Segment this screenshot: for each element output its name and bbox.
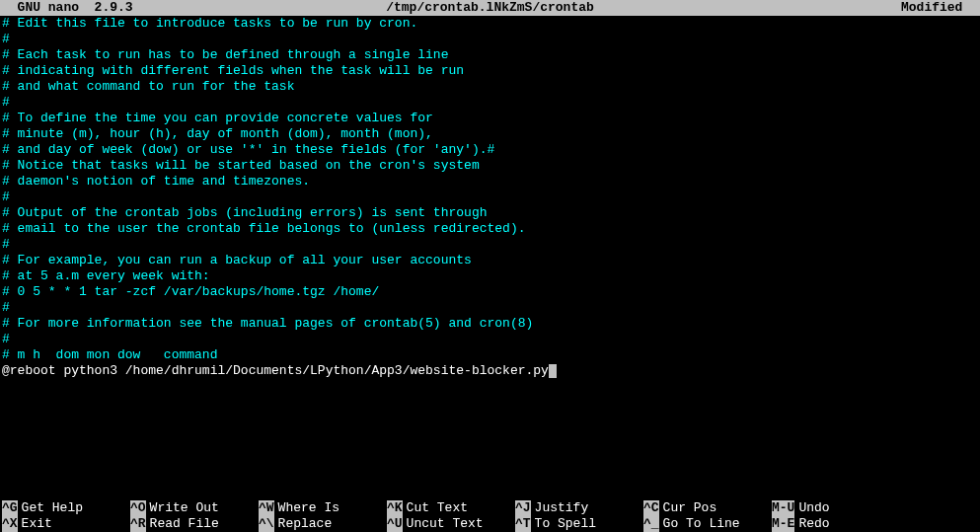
shortcut-item[interactable]: ^TTo Spell: [515, 516, 643, 532]
editor-line: # m h dom mon dow command: [2, 347, 978, 363]
shortcut-key: ^C: [643, 500, 659, 516]
shortcut-label: Where Is: [278, 500, 339, 516]
editor-line: # and what command to run for the task: [2, 79, 978, 95]
shortcut-key: ^O: [130, 500, 146, 516]
editor-line: # Each task to run has to be defined thr…: [2, 47, 978, 63]
shortcut-item[interactable]: ^UUncut Text: [387, 516, 515, 532]
text-cursor: [549, 364, 557, 378]
shortcut-key: ^J: [515, 500, 531, 516]
shortcut-key: ^R: [130, 516, 146, 532]
editor-line: @reboot python3 /home/dhrumil/Documents/…: [2, 363, 978, 379]
editor-line: # 0 5 * * 1 tar -zcf /var/backups/home.t…: [2, 284, 978, 300]
shortcut-item[interactable]: ^KCut Text: [387, 500, 515, 516]
editor-line: # For example, you can run a backup of a…: [2, 253, 978, 268]
shortcut-item[interactable]: ^WWhere Is: [259, 500, 387, 516]
shortcut-item[interactable]: M-UUndo: [772, 500, 900, 516]
shortcut-bar: ^GGet Help^OWrite Out^WWhere Is^KCut Tex…: [0, 500, 980, 532]
shortcut-item[interactable]: ^GGet Help: [2, 500, 130, 516]
shortcut-label: Cut Text: [407, 500, 468, 516]
editor-line: # email to the user the crontab file bel…: [2, 221, 978, 237]
shortcut-key: M-U: [772, 500, 794, 516]
shortcut-label: To Spell: [535, 516, 596, 532]
editor-content[interactable]: # Edit this file to introduce tasks to b…: [0, 16, 980, 379]
shortcut-key: ^W: [259, 500, 274, 516]
shortcut-item[interactable]: ^XExit: [2, 516, 130, 532]
shortcut-key: ^T: [515, 516, 531, 532]
shortcut-item[interactable]: ^CCur Pos: [643, 500, 772, 516]
shortcut-label: Replace: [278, 516, 333, 532]
shortcut-label: Go To Line: [663, 516, 740, 532]
shortcut-label: Uncut Text: [407, 516, 484, 532]
shortcut-row-1: ^GGet Help^OWrite Out^WWhere Is^KCut Tex…: [2, 500, 978, 516]
shortcut-item[interactable]: ^JJustify: [515, 500, 643, 516]
shortcut-label: Undo: [798, 500, 829, 516]
app-name: GNU nano 2.9.3: [2, 0, 133, 16]
shortcut-key: ^_: [643, 516, 659, 532]
editor-line: # Output of the crontab jobs (including …: [2, 205, 978, 221]
editor-line: #: [2, 300, 978, 316]
modified-status: Modified: [901, 0, 978, 16]
shortcut-row-2: ^XExit^RRead File^\Replace^UUncut Text^T…: [2, 516, 978, 532]
shortcut-label: Justify: [535, 500, 589, 516]
editor-header: GNU nano 2.9.3 /tmp/crontab.lNkZmS/cront…: [0, 0, 980, 16]
editor-line: # To define the time you can provide con…: [2, 111, 978, 126]
shortcut-label: Write Out: [150, 500, 219, 516]
editor-line: #: [2, 237, 978, 253]
shortcut-label: Exit: [22, 516, 52, 532]
shortcut-label: Cur Pos: [663, 500, 717, 516]
shortcut-item[interactable]: ^_Go To Line: [643, 516, 772, 532]
shortcut-label: Redo: [798, 516, 829, 532]
editor-line: #: [2, 332, 978, 347]
editor-line: # Notice that tasks will be started base…: [2, 158, 978, 174]
shortcut-key: ^X: [2, 516, 18, 532]
editor-line: # daemon's notion of time and timezones.: [2, 174, 978, 190]
editor-line: # at 5 a.m every week with:: [2, 268, 978, 284]
shortcut-key: ^U: [387, 516, 403, 532]
shortcut-item[interactable]: ^OWrite Out: [130, 500, 259, 516]
editor-line: # Edit this file to introduce tasks to b…: [2, 16, 978, 32]
editor-line: # For more information see the manual pa…: [2, 316, 978, 332]
shortcut-item[interactable]: M-ERedo: [772, 516, 900, 532]
shortcut-key: ^G: [2, 500, 18, 516]
shortcut-item[interactable]: ^RRead File: [130, 516, 259, 532]
shortcut-key: ^\: [259, 516, 274, 532]
shortcut-label: Read File: [150, 516, 219, 532]
shortcut-key: ^K: [387, 500, 403, 516]
shortcut-item[interactable]: ^\Replace: [259, 516, 387, 532]
editor-line: #: [2, 95, 978, 111]
editor-line: #: [2, 32, 978, 47]
editor-line: # indicating with different fields when …: [2, 63, 978, 79]
shortcut-label: Get Help: [22, 500, 83, 516]
editor-line: #: [2, 190, 978, 205]
editor-line: # minute (m), hour (h), day of month (do…: [2, 126, 978, 142]
editor-line: # and day of week (dow) or use '*' in th…: [2, 142, 978, 158]
shortcut-key: M-E: [772, 516, 794, 532]
file-path: /tmp/crontab.lNkZmS/crontab: [386, 0, 594, 16]
